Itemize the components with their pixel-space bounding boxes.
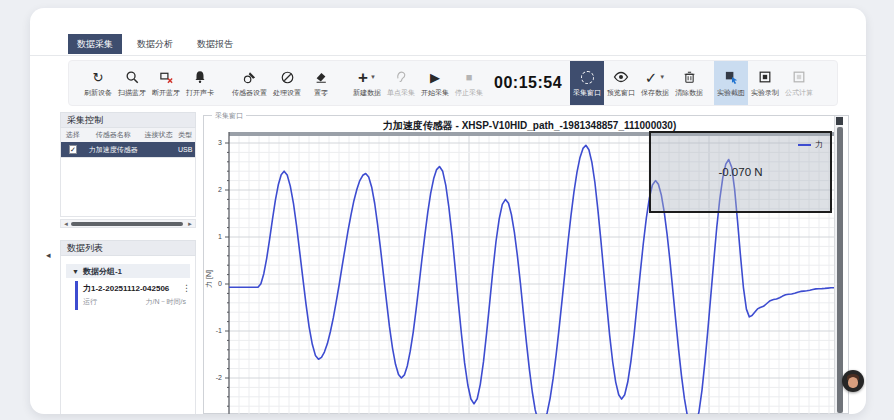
tab-data-report[interactable]: 数据报告 xyxy=(188,34,242,54)
current-value-readout: -0.070 N xyxy=(718,166,762,178)
data-group-row[interactable]: ▼ 数据分组-1 xyxy=(66,264,190,278)
y-tick-label: -2 xyxy=(216,374,222,381)
refresh-device-button[interactable]: ↻ 刷新设备 xyxy=(81,61,115,105)
data-item-status: 运行 xyxy=(83,297,97,307)
left-sidebar: 采集控制 选择 传感器名称 连接状态 类型 ✓ 力加速度传感器 USB ◄ ► xyxy=(60,112,196,414)
sensor-table-hscrollbar[interactable]: ◄ ► xyxy=(60,219,196,228)
legend-series-name: 力 xyxy=(815,139,823,150)
y-tick-label: 1 xyxy=(218,233,222,240)
tab-data-collect[interactable]: 数据采集 xyxy=(68,34,122,54)
trash-icon xyxy=(683,69,696,86)
legend-line-swatch xyxy=(798,144,811,146)
open-soundcard-button[interactable]: 打开声卡 xyxy=(183,61,217,105)
bell-icon xyxy=(193,69,207,86)
zero-button[interactable]: 置零 xyxy=(304,61,338,105)
data-item-title: 力1-2-20251112-042506 xyxy=(83,283,186,294)
stop-icon: ■ xyxy=(466,72,473,83)
y-tick-label: 0 xyxy=(218,280,222,287)
clear-data-button[interactable]: 清除数据 xyxy=(672,61,706,105)
y-tick-label: 3 xyxy=(218,139,222,146)
bluetooth-disconnect-icon xyxy=(159,69,174,86)
experiment-screenshot-button[interactable]: 实验截图 xyxy=(714,61,748,105)
sensor-settings-button[interactable]: 传感器设置 xyxy=(229,61,270,105)
sensor-table: 选择 传感器名称 连接状态 类型 ✓ 力加速度传感器 USB xyxy=(60,128,196,158)
sensor-checkbox[interactable]: ✓ xyxy=(69,145,77,154)
vscroll-thumb[interactable] xyxy=(837,127,843,413)
scroll-left-icon[interactable]: ◄ xyxy=(63,220,69,228)
experiment-record-button[interactable]: 实验录制 xyxy=(748,61,782,105)
ear-icon xyxy=(394,69,408,86)
collect-timer: 00:15:54 xyxy=(486,74,570,92)
scroll-up-icon[interactable] xyxy=(836,117,843,125)
process-settings-button[interactable]: 处理设置 xyxy=(270,61,304,105)
y-axis-labels: 3210-1-2 xyxy=(204,116,225,413)
start-collect-button[interactable]: ▶ 开始采集 xyxy=(418,61,452,105)
chart-legend: 力 xyxy=(798,139,823,150)
stop-collect-button[interactable]: ■ 停止采集 xyxy=(452,61,486,105)
sensor-name: 力加速度传感器 xyxy=(85,145,142,155)
avatar-face xyxy=(848,377,858,388)
sensor-table-empty-area xyxy=(60,158,196,217)
sensor-type: USB xyxy=(175,146,195,153)
hscroll-thumb[interactable] xyxy=(71,222,183,226)
collect-window-panel: 采集窗口 力加速度传感器 - XHSP-V10HID_path_-1981348… xyxy=(203,115,849,414)
sensor-table-row[interactable]: ✓ 力加速度传感器 USB xyxy=(61,142,195,157)
data-list-body: ▼ 数据分组-1 力1-2-20251112-042506 ⋮ 运行 力/N－时… xyxy=(60,256,196,414)
record-frame-icon xyxy=(758,69,772,86)
play-icon: ▶ xyxy=(430,71,440,84)
main-tabbar: 数据采集 数据分析 数据报告 xyxy=(68,34,242,54)
y-axis-title: 力 [N] xyxy=(204,270,214,288)
formula-calc-button[interactable]: 公式计算 xyxy=(782,61,816,105)
single-point-collect-button[interactable]: 单点采集 xyxy=(384,61,418,105)
caret-down-icon: ▼ xyxy=(72,268,79,275)
kebab-menu-icon[interactable]: ⋮ xyxy=(182,283,191,293)
collapse-sidebar-button[interactable]: ◂ xyxy=(46,250,51,260)
chart-vscrollbar[interactable] xyxy=(834,116,843,413)
tabbar-divider xyxy=(30,55,866,56)
value-overlay-box: 力 -0.070 N xyxy=(649,131,832,213)
save-data-button[interactable]: ✓▼ 保存数据 xyxy=(638,61,672,105)
main-toolbar: ↻ 刷新设备 扫描蓝牙 断开蓝牙 打开声卡 xyxy=(68,60,838,106)
data-item-axes: 力/N－时间/s xyxy=(146,297,186,307)
preview-window-button[interactable]: 预览窗口 xyxy=(604,61,638,105)
check-icon: ✓ xyxy=(645,70,658,85)
sensor-table-header: 选择 传感器名称 连接状态 类型 xyxy=(61,128,195,142)
plus-icon: + xyxy=(358,69,368,86)
eye-icon xyxy=(613,69,629,86)
y-tick-label: 2 xyxy=(218,186,222,193)
page-background: 数据采集 数据分析 数据报告 ↻ 刷新设备 扫描蓝牙 断开蓝牙 xyxy=(0,0,894,420)
chevron-down-icon: ▼ xyxy=(659,74,665,80)
chevron-down-icon: ▼ xyxy=(370,74,376,80)
app-window: 数据采集 数据分析 数据报告 ↻ 刷新设备 扫描蓝牙 断开蓝牙 xyxy=(30,8,866,414)
eraser-icon xyxy=(314,69,328,86)
avatar-button[interactable] xyxy=(842,370,864,392)
screenshot-hand-icon xyxy=(724,69,739,86)
scan-bluetooth-button[interactable]: 扫描蓝牙 xyxy=(115,61,149,105)
disconnect-bluetooth-button[interactable]: 断开蓝牙 xyxy=(149,61,183,105)
y-tick-label: -1 xyxy=(216,327,222,334)
sensor-settings-icon xyxy=(242,69,257,86)
tab-data-analysis[interactable]: 数据分析 xyxy=(128,34,182,54)
refresh-icon: ↻ xyxy=(93,71,104,84)
search-icon xyxy=(125,69,140,86)
compass-icon xyxy=(280,69,295,86)
data-item[interactable]: 力1-2-20251112-042506 ⋮ 运行 力/N－时间/s xyxy=(75,281,190,310)
scroll-right-icon[interactable]: ► xyxy=(187,220,193,228)
formula-frame-icon xyxy=(792,69,806,86)
collect-window-button[interactable]: 采集窗口 xyxy=(570,61,604,105)
collect-control-panel-header: 采集控制 xyxy=(60,112,196,128)
dashed-circle-icon xyxy=(581,71,594,84)
new-data-button[interactable]: +▼ 新建数据 xyxy=(350,61,384,105)
data-list-panel-header: 数据列表 xyxy=(60,240,196,256)
